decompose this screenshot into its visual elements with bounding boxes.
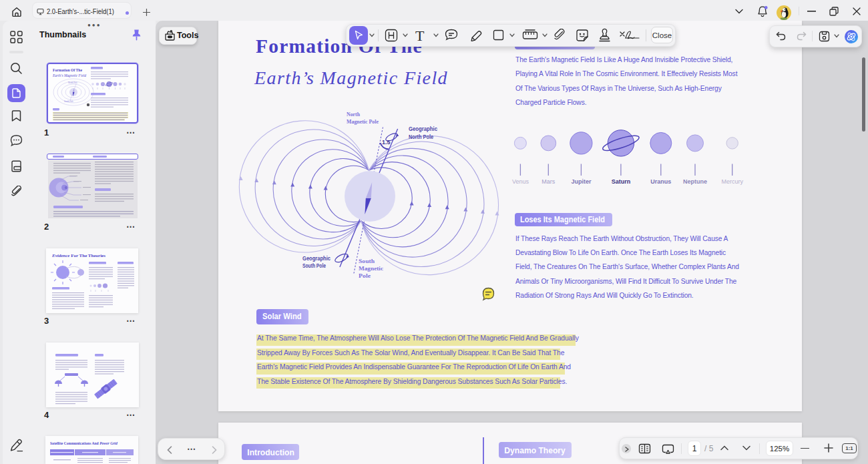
svg-text:Jupiter: Jupiter bbox=[571, 178, 592, 185]
svg-text:Magnetic: Magnetic bbox=[359, 265, 383, 272]
svg-text:South Pole: South Pole bbox=[64, 100, 73, 103]
svg-text:Uranus: Uranus bbox=[650, 178, 671, 185]
svg-text:Geographic: Geographic bbox=[409, 126, 437, 132]
svg-text:North Pole: North Pole bbox=[409, 134, 433, 140]
svg-text:South: South bbox=[359, 258, 375, 264]
svg-text:Venus: Venus bbox=[512, 178, 529, 185]
svg-text:North Pole: North Pole bbox=[68, 81, 77, 84]
svg-text:Mars: Mars bbox=[541, 178, 555, 185]
svg-text:Saturn: Saturn bbox=[612, 178, 631, 185]
svg-text:Magnetic Pole: Magnetic Pole bbox=[347, 118, 379, 125]
svg-text:Formation Of The: Formation Of The bbox=[53, 67, 82, 72]
svg-text:1.5: 1.5 bbox=[382, 139, 391, 146]
svg-text:Pole: Pole bbox=[359, 272, 371, 279]
svg-text:Mercury: Mercury bbox=[721, 178, 743, 185]
svg-text:Evidence For The Theories: Evidence For The Theories bbox=[51, 253, 105, 258]
svg-text:Earth's Magnetic Field: Earth's Magnetic Field bbox=[52, 73, 87, 77]
svg-text:North: North bbox=[347, 111, 360, 118]
svg-text:Satellite Communications And P: Satellite Communications And Power Grid bbox=[50, 441, 118, 445]
svg-text:Neptune: Neptune bbox=[683, 178, 707, 185]
svg-text:South Pole: South Pole bbox=[302, 262, 326, 269]
svg-text:Geographic: Geographic bbox=[302, 255, 331, 262]
